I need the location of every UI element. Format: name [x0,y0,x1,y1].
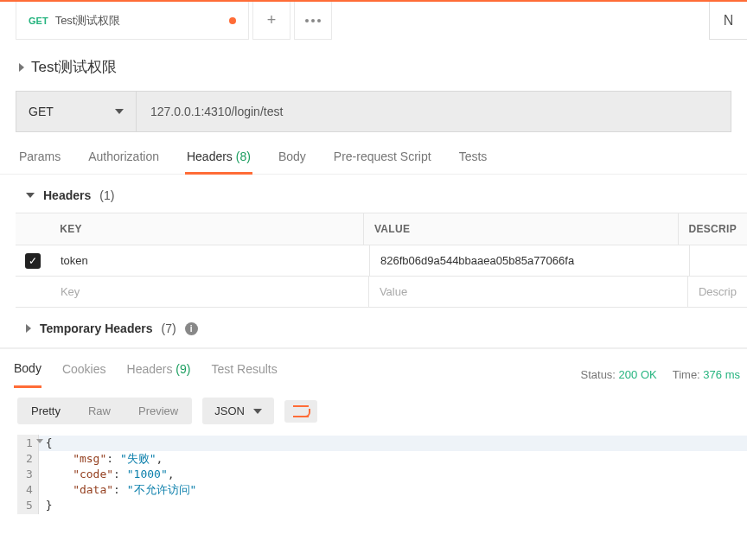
tab-authorization[interactable]: Authorization [88,150,159,174]
headers-title: Headers [43,188,91,202]
header-key-cell[interactable]: token [50,245,370,276]
dot-icon [311,19,315,22]
tab-method: GET [29,16,48,26]
fold-icon[interactable] [36,439,43,443]
status-label: Status: [581,368,616,381]
response-toolbar: Pretty Raw Preview JSON [0,387,747,435]
plus-icon: + [267,11,277,29]
time-label: Time: [673,368,700,381]
format-label: JSON [214,404,245,417]
header-key-input[interactable]: Key [50,277,369,307]
tab-title: Test测试权限 [55,13,121,29]
response-tabs: Body Cookies Headers (9) Test Results St… [0,348,747,387]
table-row-new: Key Value Descrip [16,277,747,308]
temp-headers-count: (7) [161,321,176,335]
col-desc: DESCRIP [679,213,747,245]
breadcrumb-title: Test测试权限 [31,57,117,77]
temp-headers-title: Temporary Headers [40,321,152,335]
time-value: 376 ms [703,368,740,381]
right-btn-label: N [724,13,734,29]
header-desc-cell[interactable] [690,245,747,276]
info-icon[interactable]: i [185,322,198,335]
header-desc-input[interactable]: Descrip [688,277,747,307]
right-panel-button[interactable]: N [709,2,747,40]
caret-right-icon [26,324,31,333]
response-body[interactable]: 1 2 3 4 5 { "msg": "失败", "code": "1000",… [0,435,747,514]
tab-options-button[interactable] [294,2,332,40]
resp-headers-count: (9) [176,362,190,376]
tab-body[interactable]: Body [278,150,306,174]
tabbar: GET Test测试权限 + N [0,0,747,40]
resp-tab-testresults[interactable]: Test Results [211,362,277,386]
line-gutter: 1 2 3 4 5 [17,435,39,514]
code-lines: { "msg": "失败", "code": "1000", "data": "… [39,435,747,514]
headers-section-header[interactable]: Headers (1) [0,175,747,213]
headers-count-badge: (1) [99,188,114,202]
caret-down-icon [115,109,124,114]
table-row: ✓ token 826fb06d9a544bbaaea05b85a77066fa [16,245,747,277]
dot-icon [317,19,321,22]
request-tabs: Params Authorization Headers (8) Body Pr… [0,132,747,175]
col-key: KEY [49,213,364,245]
wrap-icon [293,405,309,417]
resp-tab-cookies[interactable]: Cookies [62,362,106,386]
wrap-lines-button[interactable] [284,400,317,423]
request-url-row: GET 127.0.0.1:4310/login/test [16,91,731,132]
request-tab[interactable]: GET Test测试权限 [16,2,249,40]
dot-icon [305,19,309,22]
view-preview[interactable]: Preview [124,398,192,424]
unsaved-dot-icon [229,17,236,24]
caret-down-icon [253,409,262,414]
url-input[interactable]: 127.0.0.1:4310/login/test [137,91,731,132]
tab-headers[interactable]: Headers (8) [187,150,251,174]
view-pretty[interactable]: Pretty [17,398,74,424]
header-value-cell[interactable]: 826fb06d9a544bbaaea05b85a77066fa [370,245,690,276]
format-select[interactable]: JSON [202,398,274,424]
check-icon: ✓ [29,255,37,267]
col-value: VALUE [364,213,679,245]
tab-params[interactable]: Params [19,150,61,174]
view-raw[interactable]: Raw [74,398,124,424]
caret-down-icon [26,193,35,198]
response-status: Status: 200 OK Time: 376 ms [581,368,740,381]
method-label: GET [29,105,54,118]
caret-right-icon[interactable] [19,63,24,72]
url-value: 127.0.0.1:4310/login/test [150,105,283,118]
new-tab-button[interactable]: + [252,2,290,40]
method-select[interactable]: GET [16,91,137,132]
header-value-input[interactable]: Value [369,277,688,307]
status-value: 200 OK [619,368,657,381]
temporary-headers-header[interactable]: Temporary Headers (7) i [0,308,747,348]
headers-table: KEY VALUE DESCRIP ✓ token 826fb06d9a544b… [16,213,747,308]
tab-tests[interactable]: Tests [459,150,488,174]
resp-tab-headers[interactable]: Headers (9) [127,362,191,386]
breadcrumb: Test测试权限 [0,40,747,91]
resp-tab-body[interactable]: Body [14,361,42,388]
tab-prerequest[interactable]: Pre-request Script [334,150,431,174]
row-checkbox[interactable]: ✓ [25,253,41,269]
table-header: KEY VALUE DESCRIP [16,213,747,245]
view-mode-group: Pretty Raw Preview [17,398,192,424]
headers-count: (8) [236,150,251,163]
